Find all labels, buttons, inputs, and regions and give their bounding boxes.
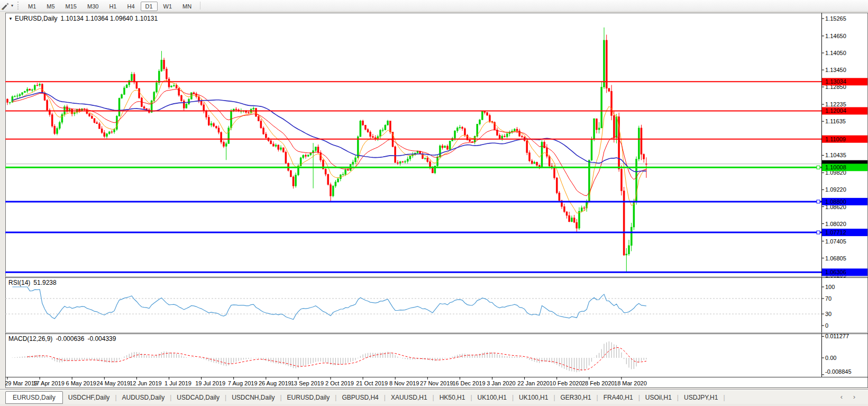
svg-text:1.13450: 1.13450 [825, 67, 846, 73]
svg-text:13 Sep 2019: 13 Sep 2019 [291, 380, 324, 386]
timeframe-button-d1[interactable]: D1 [141, 2, 158, 11]
svg-text:19 Jul 2019: 19 Jul 2019 [195, 380, 225, 386]
toolbar-grip[interactable] [17, 2, 19, 10]
chart-tab-eurusd-daily[interactable]: EURUSD,Daily [282, 392, 335, 403]
timeframe-button-m15[interactable]: M15 [61, 2, 81, 11]
tab-scroll-buttons[interactable]: ‹ › [840, 393, 860, 401]
timeframe-toolbar: ▾ M1M5M15M30H1H4D1W1MN [0, 0, 868, 12]
tool-dropdown-caret[interactable]: ▾ [11, 3, 13, 8]
svg-text:30: 30 [825, 311, 832, 317]
svg-text:-0.008845: -0.008845 [825, 368, 852, 375]
timeframe-button-h4[interactable]: H4 [122, 2, 139, 11]
chart-tabs-bar: EURUSD,DailyUSDCHF,Daily|AUDUSD,Daily|US… [0, 389, 868, 404]
chart-tab-ger30-h1[interactable]: GER30,H1 [555, 392, 597, 403]
svg-text:8 Nov 2019: 8 Nov 2019 [389, 380, 419, 386]
svg-text:27 Nov 2019: 27 Nov 2019 [420, 380, 453, 386]
chart-tab-usdchf-daily[interactable]: USDCHF,Daily [63, 392, 115, 403]
svg-text:70: 70 [825, 295, 832, 302]
chart-tab-eurusd-daily[interactable]: EURUSD,Daily [5, 391, 63, 404]
chart-tab-audusd-daily[interactable]: AUDUSD,Daily [117, 392, 170, 403]
svg-text:1.13034: 1.13034 [825, 78, 846, 85]
toolbar-separator [200, 2, 200, 10]
svg-text:24 May 2019: 24 May 2019 [96, 380, 130, 386]
svg-text:1.12235: 1.12235 [825, 101, 846, 107]
svg-text:100: 100 [825, 284, 835, 290]
svg-text:6 May 2019: 6 May 2019 [66, 380, 96, 386]
svg-text:28 Feb 2020: 28 Feb 2020 [582, 380, 615, 386]
svg-text:26 Aug 2019: 26 Aug 2019 [259, 380, 291, 386]
svg-text:1.15265: 1.15265 [825, 15, 846, 22]
svg-text:0: 0 [825, 322, 828, 329]
hline-handle[interactable] [817, 231, 820, 234]
timeframe-buttons: M1M5M15M30H1H4D1W1MN [23, 1, 197, 11]
crosshair-pointer-tool-icon[interactable] [1, 2, 10, 10]
svg-text:7 Aug 2019: 7 Aug 2019 [228, 380, 258, 386]
chart-tab-xauusd-h1[interactable]: XAUUSD,H1 [386, 392, 433, 403]
svg-text:1.11009: 1.11009 [825, 136, 846, 142]
timeframe-button-m30[interactable]: M30 [83, 2, 103, 11]
svg-text:1.11635: 1.11635 [825, 118, 846, 124]
svg-text:1 Jul 2019: 1 Jul 2019 [165, 380, 191, 386]
svg-text:16 Dec 2019: 16 Dec 2019 [452, 380, 485, 386]
chart-tab-uk100-h1[interactable]: UK100,H1 [514, 392, 553, 403]
svg-text:1.07405: 1.07405 [825, 238, 846, 245]
svg-text:2 Oct 2019: 2 Oct 2019 [325, 380, 354, 386]
svg-text:0.011277: 0.011277 [825, 333, 849, 339]
mt4-terminal: { "toolbar": { "tool_icon": "crosshair-p… [0, 0, 868, 406]
timeframe-button-m5[interactable]: M5 [42, 2, 59, 11]
chart-tab-hk50-h1[interactable]: HK50,H1 [434, 392, 471, 403]
svg-text:0.00: 0.00 [825, 355, 836, 361]
chart-tab-fra40-h1[interactable]: FRA40,H1 [598, 392, 638, 403]
svg-text:1.06805: 1.06805 [825, 255, 846, 261]
price-chart-canvas[interactable]: 1.152651.146501.140501.134501.128501.122… [5, 13, 868, 388]
svg-text:1.06306: 1.06306 [825, 269, 846, 275]
svg-text:22 Jan 2020: 22 Jan 2020 [517, 380, 550, 386]
tab-separator: | [723, 394, 725, 401]
chart-tab-uk100-h1[interactable]: UK100,H1 [472, 392, 512, 403]
hline-handle[interactable] [817, 200, 820, 203]
svg-text:1.08020: 1.08020 [825, 221, 846, 227]
svg-text:1.10435: 1.10435 [825, 152, 846, 158]
svg-text:1.08800: 1.08800 [825, 199, 846, 205]
svg-text:3 Jan 2020: 3 Jan 2020 [487, 380, 515, 386]
svg-text:17 Apr 2019: 17 Apr 2019 [33, 380, 64, 386]
hline-handle[interactable] [817, 166, 820, 169]
chart-tab-gbpusd-h4[interactable]: GBPUSD,H4 [336, 392, 383, 403]
chart-tab-usoil-h1[interactable]: USOil,H1 [640, 392, 677, 403]
svg-text:1.10008: 1.10008 [825, 164, 846, 170]
timeframe-button-h1[interactable]: H1 [104, 2, 121, 11]
svg-text:10 Feb 2020: 10 Feb 2020 [550, 380, 582, 386]
svg-text:12 Jun 2019: 12 Jun 2019 [130, 380, 162, 386]
timeframe-button-m1[interactable]: M1 [23, 2, 41, 11]
svg-text:1.09220: 1.09220 [825, 186, 846, 193]
timeframe-button-mn[interactable]: MN [178, 2, 196, 11]
chart-tabs: EURUSD,DailyUSDCHF,Daily|AUDUSD,Daily|US… [5, 392, 725, 402]
svg-text:18 Mar 2020: 18 Mar 2020 [614, 380, 647, 386]
svg-text:1.14050: 1.14050 [825, 50, 846, 56]
chart-tab-usdcad-daily[interactable]: USDCAD,Daily [171, 392, 225, 403]
svg-text:1.07712: 1.07712 [825, 229, 846, 236]
svg-text:1.14650: 1.14650 [825, 33, 846, 39]
chart-tab-usdcnh-daily[interactable]: USDCNH,Daily [226, 392, 280, 403]
chart-tab-usdjpy-h1[interactable]: USDJPY,H1 [679, 392, 723, 403]
chart-window: 1.152651.146501.140501.134501.128501.122… [5, 13, 868, 388]
timeframe-button-w1[interactable]: W1 [159, 2, 177, 11]
svg-text:1.12004: 1.12004 [825, 107, 846, 114]
svg-text:21 Oct 2019: 21 Oct 2019 [356, 380, 388, 386]
